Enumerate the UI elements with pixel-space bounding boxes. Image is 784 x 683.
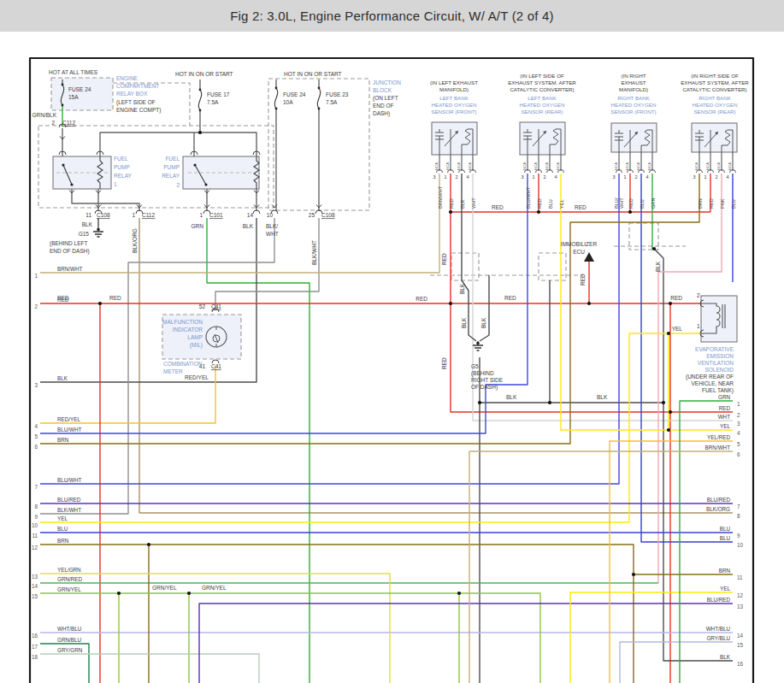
svg-text:GRN: GRN	[718, 394, 730, 400]
svg-text:BLU/RED: BLU/RED	[707, 497, 731, 503]
svg-text:ENGINE: ENGINE	[116, 75, 139, 81]
figure-title-bar: Fig 2: 3.0L, Engine Performance Circuit,…	[0, 0, 784, 32]
svg-text:WHT/BLU: WHT/BLU	[57, 626, 82, 632]
fuse24-box	[51, 78, 113, 110]
svg-text:16: 16	[32, 633, 38, 639]
svg-text:RED: RED	[504, 295, 516, 301]
svg-text:RIGHT SIDE: RIGHT SIDE	[471, 377, 504, 383]
svg-text:FUEL: FUEL	[114, 156, 128, 162]
svg-text:METER: METER	[163, 368, 183, 374]
svg-text:BLU/WHT: BLU/WHT	[57, 427, 81, 433]
svg-text:2: 2	[51, 120, 55, 126]
right-bank-heated-oxygen-sensor-front: (IN RIGHTEXHAUSTMANIFOLD)RIGHT BANKHEATE…	[610, 73, 657, 209]
svg-text:GRN/BLU: GRN/BLU	[57, 637, 81, 643]
svg-text:BLU/RED: BLU/RED	[707, 597, 731, 603]
svg-text:NCA: NCA	[522, 162, 527, 170]
svg-text:C41: C41	[211, 303, 221, 309]
svg-text:FUSE 23: FUSE 23	[326, 91, 349, 97]
svg-text:BRN/WHT: BRN/WHT	[438, 185, 443, 209]
svg-text:GRN/YEL: GRN/YEL	[152, 585, 177, 591]
svg-text:LEFT BANK: LEFT BANK	[528, 95, 557, 101]
svg-text:BLK: BLK	[720, 654, 731, 660]
svg-text:C112: C112	[142, 212, 155, 218]
svg-text:2: 2	[697, 292, 700, 298]
svg-text:BLK/ORG: BLK/ORG	[132, 228, 138, 253]
svg-text:2: 2	[455, 174, 457, 180]
svg-text:NCA: NCA	[614, 162, 618, 170]
svg-text:RED: RED	[580, 274, 586, 286]
svg-text:(IN RIGHT SIDE OF: (IN RIGHT SIDE OF	[691, 73, 739, 79]
svg-text:CATALYTIC CONVERTER): CATALYTIC CONVERTER)	[682, 86, 746, 92]
svg-text:6: 6	[737, 451, 740, 457]
svg-text:3: 3	[34, 382, 38, 388]
svg-text:HEATED OXYGEN: HEATED OXYGEN	[611, 102, 657, 108]
svg-text:NCA: NCA	[705, 162, 710, 170]
svg-text:10: 10	[737, 542, 744, 548]
svg-text:GRN/YEL: GRN/YEL	[57, 586, 81, 592]
svg-text:(BEHIND: (BEHIND	[471, 370, 494, 377]
svg-text:RELAY BOX: RELAY BOX	[116, 91, 148, 97]
svg-text:GRN/YEL: GRN/YEL	[202, 585, 227, 591]
svg-text:BLU: BLU	[720, 535, 731, 541]
svg-text:FUSE 24: FUSE 24	[283, 91, 306, 97]
oxygen-sensors: (IN LEFT EXHAUSTMANIFOLD)LEFT BANKHEATED…	[430, 73, 749, 209]
svg-text:LAMP: LAMP	[187, 334, 203, 340]
svg-text:INDICATOR: INDICATOR	[173, 327, 203, 333]
svg-text:10: 10	[32, 522, 38, 528]
svg-text:12: 12	[737, 592, 744, 598]
svg-text:14: 14	[247, 212, 254, 218]
svg-text:15: 15	[32, 593, 38, 599]
svg-text:BLK: BLK	[459, 283, 465, 294]
left-row-labels: 1BRN/WHT2RED3BLK4RED/YEL5BLU/WHT6BRN7BLU…	[32, 266, 83, 661]
svg-text:WHT/BLU: WHT/BLU	[706, 626, 731, 632]
svg-text:PNK: PNK	[720, 198, 725, 209]
left-bank-heated-oxygen-sensor-front: (IN LEFT EXHAUSTMANIFOLD)LEFT BANKHEATED…	[430, 79, 478, 209]
svg-text:(BEHIND LEFT: (BEHIND LEFT	[50, 240, 87, 247]
svg-text:18: 18	[32, 654, 38, 660]
svg-text:2: 2	[543, 174, 545, 180]
svg-text:NCA: NCA	[636, 162, 640, 170]
svg-text:EMISSION: EMISSION	[706, 353, 734, 359]
svg-text:8: 8	[737, 513, 740, 519]
svg-text:4: 4	[554, 174, 557, 180]
svg-text:13: 13	[32, 574, 38, 580]
svg-text:2: 2	[634, 174, 637, 180]
svg-text:ENGINE COMPT): ENGINE COMPT)	[116, 107, 161, 114]
svg-text:2: 2	[176, 182, 180, 188]
svg-text:14: 14	[32, 583, 38, 589]
svg-text:RED: RED	[492, 204, 504, 210]
svg-text:BLK: BLK	[243, 223, 254, 229]
svg-text:RED: RED	[416, 296, 427, 302]
svg-text:END OF: END OF	[373, 103, 394, 109]
inline-connector-mid	[539, 253, 566, 280]
svg-text:1: 1	[704, 174, 706, 180]
svg-text:OF DASH): OF DASH)	[471, 384, 498, 391]
svg-text:15: 15	[737, 642, 744, 648]
svg-text:BLK: BLK	[506, 394, 517, 400]
svg-text:13: 13	[737, 604, 744, 609]
svg-text:RED: RED	[449, 198, 454, 209]
svg-text:EXHAUST SYSTEM, AFTER: EXHAUST SYSTEM, AFTER	[681, 79, 749, 85]
svg-text:1: 1	[697, 323, 700, 329]
svg-text:IMMOBILIZER: IMMOBILIZER	[561, 241, 598, 247]
svg-text:7: 7	[34, 484, 38, 490]
svg-text:BRN: BRN	[698, 198, 703, 209]
svg-text:(IN LEFT EXHAUST: (IN LEFT EXHAUST	[430, 79, 478, 85]
svg-text:BLK/ORG: BLK/ORG	[706, 506, 730, 512]
svg-text:BLK: BLK	[460, 199, 465, 209]
svg-text:RED: RED	[57, 297, 69, 303]
svg-text:BLK: BLK	[655, 261, 661, 272]
svg-text:BLU: BLU	[57, 526, 68, 532]
svg-text:(IN RIGHT: (IN RIGHT	[621, 73, 645, 79]
svg-text:SOLENOID: SOLENOID	[704, 367, 734, 373]
svg-text:1: 1	[623, 174, 626, 180]
svg-text:4: 4	[34, 423, 38, 429]
immobilizer-arrow-icon	[584, 252, 594, 262]
svg-text:4: 4	[737, 430, 740, 436]
svg-text:BLU: BLU	[731, 199, 736, 209]
svg-text:PUMP: PUMP	[114, 164, 130, 170]
svg-text:RIGHT BANK: RIGHT BANK	[617, 95, 651, 101]
svg-text:(IN LEFT SIDE OF: (IN LEFT SIDE OF	[520, 73, 564, 79]
svg-text:MANIFOLD): MANIFOLD)	[619, 86, 648, 92]
svg-text:NCA: NCA	[468, 162, 472, 170]
